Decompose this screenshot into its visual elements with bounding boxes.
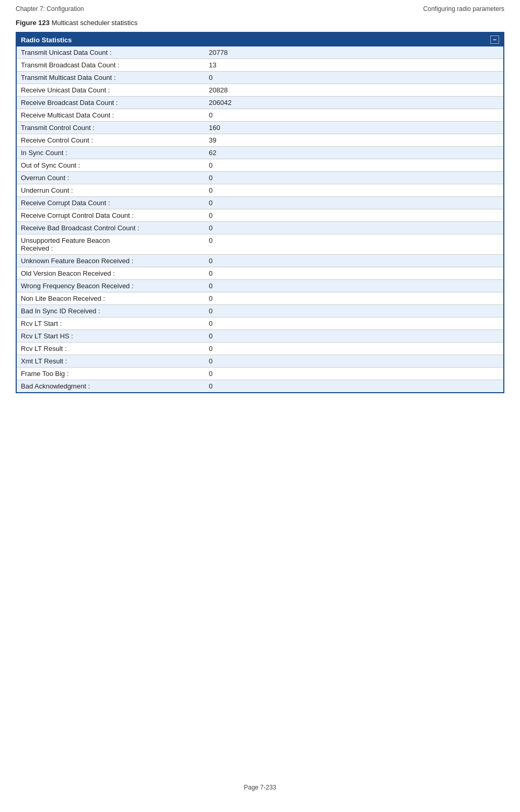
- table-row: Receive Corrupt Data Count :0: [17, 197, 503, 209]
- stat-label: Transmit Multicast Data Count :: [17, 72, 205, 84]
- table-row: Receive Broadcast Data Count :206042: [17, 97, 503, 109]
- table-row: Out of Sync Count :0: [17, 159, 503, 172]
- stat-value: 0: [205, 343, 503, 355]
- stat-label: Receive Bad Broadcast Control Count :: [17, 222, 205, 234]
- stat-value: 0: [205, 292, 503, 305]
- stat-value: 0: [205, 197, 503, 209]
- table-row: Wrong Frequency Beacon Received :0: [17, 280, 503, 292]
- stat-value: 0: [205, 267, 503, 280]
- stat-label: Frame Too Big :: [17, 368, 205, 380]
- stat-value: 0: [205, 355, 503, 368]
- table-row: Underrun Count :0: [17, 184, 503, 197]
- stat-value: 0: [205, 184, 503, 197]
- stat-value: 0: [205, 72, 503, 84]
- stat-label: Receive Broadcast Data Count :: [17, 97, 205, 109]
- stat-value: 20778: [205, 46, 503, 59]
- stat-value: 0: [205, 109, 503, 122]
- table-row: Transmit Unicast Data Count :20778: [17, 46, 503, 59]
- table-row: Transmit Multicast Data Count :0: [17, 72, 503, 84]
- table-row: Receive Control Count :39: [17, 134, 503, 147]
- table-row: Receive Bad Broadcast Control Count :0: [17, 222, 503, 234]
- stat-value: 0: [205, 172, 503, 184]
- stat-value: 0: [205, 380, 503, 393]
- stat-label: Transmit Control Count :: [17, 122, 205, 134]
- table-row: Overrun Count :0: [17, 172, 503, 184]
- table-row: Old Version Beacon Received :0: [17, 267, 503, 280]
- stat-value: 39: [205, 134, 503, 147]
- stat-value: 0: [205, 159, 503, 172]
- table-row: Xmt LT Result :0: [17, 355, 503, 368]
- stat-label: Out of Sync Count :: [17, 159, 205, 172]
- stat-value: 0: [205, 330, 503, 343]
- stat-label: Wrong Frequency Beacon Received :: [17, 280, 205, 292]
- stat-label: Xmt LT Result :: [17, 355, 205, 368]
- stat-label: Receive Unicast Data Count :: [17, 84, 205, 97]
- stat-label: Underrun Count :: [17, 184, 205, 197]
- radio-statistics-container: Radio Statistics − Transmit Unicast Data…: [16, 32, 504, 393]
- section-label: Configuring radio parameters: [423, 5, 504, 13]
- stat-value: 0: [205, 222, 503, 234]
- figure-text: Multicast scheduler statistics: [52, 19, 138, 27]
- table-row: Transmit Control Count :160: [17, 122, 503, 134]
- stat-label: Overrun Count :: [17, 172, 205, 184]
- table-row: Receive Corrupt Control Data Count :0: [17, 209, 503, 222]
- stat-value: 206042: [205, 97, 503, 109]
- stat-label: In Sync Count :: [17, 147, 205, 159]
- table-row: Non Lite Beacon Received :0: [17, 292, 503, 305]
- page-header: Chapter 7: Configuration Configuring rad…: [0, 0, 520, 15]
- stat-value: 62: [205, 147, 503, 159]
- page-number: Page 7-233: [244, 784, 276, 791]
- figure-caption: Figure 123 Multicast scheduler statistic…: [0, 15, 520, 32]
- table-row: Unsupported Feature Beacon Received :0: [17, 234, 503, 255]
- stat-label: Old Version Beacon Received :: [17, 267, 205, 280]
- table-title-text: Radio Statistics: [21, 36, 72, 44]
- stat-label: Receive Corrupt Data Count :: [17, 197, 205, 209]
- stat-value: 0: [205, 305, 503, 317]
- stat-value: 160: [205, 122, 503, 134]
- stat-label: Bad Acknowledgment :: [17, 380, 205, 393]
- stat-value: 0: [205, 209, 503, 222]
- page-footer: Page 7-233: [0, 763, 520, 796]
- minimize-icon[interactable]: −: [490, 36, 499, 44]
- stat-label: Receive Multicast Data Count :: [17, 109, 205, 122]
- table-row: Unknown Feature Beacon Received :0: [17, 255, 503, 267]
- stat-label: Unknown Feature Beacon Received :: [17, 255, 205, 267]
- stat-label: Receive Corrupt Control Data Count :: [17, 209, 205, 222]
- stat-value: 0: [205, 317, 503, 330]
- stat-label: Receive Control Count :: [17, 134, 205, 147]
- stat-value: 0: [205, 280, 503, 292]
- stat-label: Transmit Unicast Data Count :: [17, 46, 205, 59]
- stat-label: Bad In Sync ID Received :: [17, 305, 205, 317]
- table-row: Transmit Broadcast Data Count :13: [17, 59, 503, 72]
- chapter-label: Chapter 7: Configuration: [16, 5, 84, 13]
- table-row: Rcv LT Start HS :0: [17, 330, 503, 343]
- table-row: Bad In Sync ID Received :0: [17, 305, 503, 317]
- table-row: Rcv LT Result :0: [17, 343, 503, 355]
- stat-label: Rcv LT Start :: [17, 317, 205, 330]
- table-row: Receive Multicast Data Count :0: [17, 109, 503, 122]
- stat-label: Rcv LT Result :: [17, 343, 205, 355]
- table-row: Rcv LT Start :0: [17, 317, 503, 330]
- stat-label: Rcv LT Start HS :: [17, 330, 205, 343]
- stat-value: 20828: [205, 84, 503, 97]
- table-title-bar: Radio Statistics −: [17, 33, 503, 46]
- table-row: Frame Too Big :0: [17, 368, 503, 380]
- stat-value: 13: [205, 59, 503, 72]
- stat-value: 0: [205, 234, 503, 255]
- stat-value: 0: [205, 368, 503, 380]
- stat-label: Unsupported Feature Beacon Received :: [17, 234, 205, 255]
- stats-table: Transmit Unicast Data Count :20778Transm…: [17, 46, 503, 392]
- table-row: Receive Unicast Data Count :20828: [17, 84, 503, 97]
- table-row: Bad Acknowledgment :0: [17, 380, 503, 393]
- stat-value: 0: [205, 255, 503, 267]
- figure-label: Figure 123: [16, 19, 50, 27]
- table-row: In Sync Count :62: [17, 147, 503, 159]
- stat-label: Non Lite Beacon Received :: [17, 292, 205, 305]
- stat-label: Transmit Broadcast Data Count :: [17, 59, 205, 72]
